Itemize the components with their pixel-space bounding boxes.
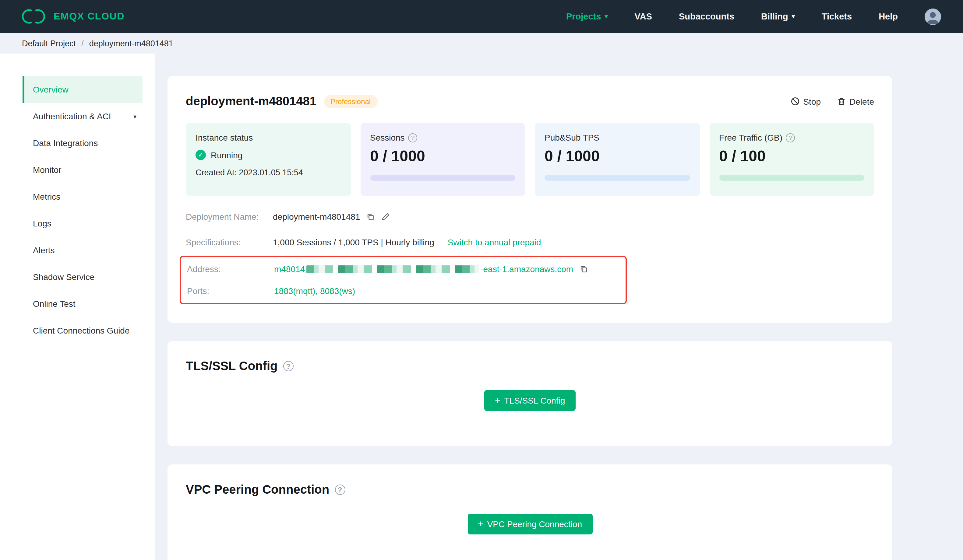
breadcrumb: Default Project / deployment-m4801481 <box>0 33 963 53</box>
vpc-peering-card: VPC Peering Connection ? + VPC Peering C… <box>167 465 892 560</box>
delete-button[interactable]: Delete <box>837 97 874 106</box>
add-tls-ssl-config-button[interactable]: + TLS/SSL Config <box>485 390 575 411</box>
delete-label: Delete <box>850 97 874 106</box>
stat-pubsub-tps: Pub&Sub TPS 0 / 1000 <box>535 123 700 196</box>
tls-ssl-title: TLS/SSL Config <box>186 359 277 373</box>
help-icon[interactable]: ? <box>786 133 795 142</box>
sidebar-item-monitor[interactable]: Monitor <box>23 157 143 183</box>
sidebar-item-authentication-acl[interactable]: Authentication & ACL ▾ <box>23 103 143 129</box>
stats-row: Instance status ✓ Running Created At: 20… <box>186 123 874 196</box>
ports-row: Ports: 1883(mqtt), 8083(ws) <box>187 286 619 296</box>
sidebar-item-data-integrations[interactable]: Data Integrations <box>23 129 143 157</box>
chevron-down-icon: ▾ <box>133 113 136 120</box>
sidebar-item-alerts[interactable]: Alerts <box>23 237 143 264</box>
avatar-icon <box>925 8 941 25</box>
sidebar-item-overview[interactable]: Overview <box>23 76 143 103</box>
vpc-peering-title: VPC Peering Connection <box>186 483 329 497</box>
stop-label: Stop <box>803 97 821 106</box>
tls-ssl-card: TLS/SSL Config ? + TLS/SSL Config <box>167 341 892 446</box>
copy-icon <box>579 265 588 273</box>
sidebar-item-client-connections-guide[interactable]: Client Connections Guide <box>23 317 143 344</box>
deployment-name-label: Deployment Name: <box>186 212 273 222</box>
breadcrumb-project[interactable]: Default Project <box>22 39 76 48</box>
stat-instance-status: Instance status ✓ Running Created At: 20… <box>186 123 350 196</box>
switch-annual-prepaid-link[interactable]: Switch to annual prepaid <box>448 237 541 247</box>
copy-address-button[interactable] <box>579 265 588 273</box>
help-icon[interactable]: ? <box>409 133 418 142</box>
nav-billing[interactable]: Billing ▾ <box>761 11 795 21</box>
deployment-header: deployment-m4801481 Professional Stop <box>186 94 874 108</box>
breadcrumb-deployment: deployment-m4801481 <box>89 39 173 48</box>
created-at: Created At: 2023.01.05 15:54 <box>196 168 341 177</box>
copy-deployment-name-button[interactable] <box>366 212 374 221</box>
plus-icon: + <box>495 396 501 405</box>
stat-free-traffic: Free Traffic (GB) ? 0 / 100 <box>709 123 874 196</box>
nav-help-label: Help <box>879 11 898 21</box>
specifications-label: Specifications: <box>186 237 273 247</box>
sidebar-item-label: Metrics <box>33 192 60 201</box>
tps-progress-bar <box>545 175 690 181</box>
edit-deployment-name-button[interactable] <box>381 212 390 221</box>
sidebar: Overview Authentication & ACL ▾ Data Int… <box>0 53 155 560</box>
nav-subaccounts[interactable]: Subaccounts <box>679 11 734 21</box>
deployment-name-value: deployment-m4801481 <box>273 212 360 222</box>
stat-title: Instance status <box>196 133 341 142</box>
nav-projects[interactable]: Projects ▾ <box>566 11 608 21</box>
chevron-down-icon: ▾ <box>792 13 795 19</box>
stat-value: 0 / 1000 <box>370 147 515 165</box>
stat-value: 0 / 1000 <box>545 147 690 165</box>
brand-logo[interactable]: EMQX CLOUD <box>22 8 125 24</box>
stat-title-label: Free Traffic (GB) <box>719 133 782 142</box>
add-vpc-peering-label: VPC Peering Connection <box>487 519 582 529</box>
help-icon[interactable]: ? <box>283 361 293 371</box>
nav-help[interactable]: Help <box>879 11 898 21</box>
stop-button[interactable]: Stop <box>790 97 821 106</box>
deployment-actions: Stop Delete <box>790 97 874 106</box>
nav-billing-label: Billing <box>761 11 788 21</box>
user-avatar[interactable] <box>925 8 941 25</box>
stop-icon <box>790 97 799 106</box>
brand-name: EMQX CLOUD <box>54 11 125 22</box>
check-circle-icon: ✓ <box>196 150 206 160</box>
address-value: m48014-east-1.amazonaws.com <box>274 264 573 274</box>
add-vpc-peering-button[interactable]: + VPC Peering Connection <box>467 514 592 534</box>
sidebar-item-label: Overview <box>33 84 68 94</box>
help-icon[interactable]: ? <box>335 484 345 495</box>
top-navbar: EMQX CLOUD Projects ▾ VAS Subaccounts Bi… <box>0 0 963 33</box>
address-label: Address: <box>187 264 274 274</box>
nav-tickets-label: Tickets <box>822 11 852 21</box>
sidebar-item-label: Logs <box>33 218 52 228</box>
stat-sessions: Sessions ? 0 / 1000 <box>360 123 525 196</box>
emqx-logo-icon <box>22 8 47 24</box>
chevron-down-icon: ▾ <box>605 13 608 19</box>
stat-title: Pub&Sub TPS <box>545 133 690 142</box>
plus-icon: + <box>478 519 484 529</box>
sidebar-item-label: Data Integrations <box>33 138 98 148</box>
nav-vas[interactable]: VAS <box>634 11 652 21</box>
add-tls-ssl-config-label: TLS/SSL Config <box>504 396 565 405</box>
plan-badge: Professional <box>324 95 377 108</box>
sidebar-item-logs[interactable]: Logs <box>23 210 143 237</box>
address-row: Address: m48014-east-1.amazonaws.com <box>187 264 619 274</box>
pencil-icon <box>381 212 390 221</box>
copy-icon <box>366 212 374 221</box>
tls-ssl-title-row: TLS/SSL Config ? <box>186 359 874 373</box>
nav-tickets[interactable]: Tickets <box>822 11 852 21</box>
stat-title-label: Sessions <box>370 133 405 142</box>
nav-vas-label: VAS <box>634 11 652 21</box>
stat-title: Free Traffic (GB) ? <box>719 133 864 142</box>
nav-items: Projects ▾ VAS Subaccounts Billing ▾ Tic… <box>566 8 941 25</box>
sidebar-item-online-test[interactable]: Online Test <box>23 290 143 317</box>
page: EMQX CLOUD Projects ▾ VAS Subaccounts Bi… <box>0 0 963 560</box>
sidebar-item-metrics[interactable]: Metrics <box>23 183 143 210</box>
sidebar-item-shadow-service[interactable]: Shadow Service <box>23 264 143 290</box>
sidebar-item-label: Monitor <box>33 165 61 175</box>
sidebar-item-label: Shadow Service <box>33 272 94 282</box>
main-content: deployment-m4801481 Professional Stop <box>155 53 963 560</box>
stat-title-label: Pub&Sub TPS <box>545 133 599 142</box>
stat-title: Sessions ? <box>370 133 515 142</box>
sessions-progress-bar <box>370 175 515 181</box>
address-redaction <box>306 265 479 273</box>
nav-subaccounts-label: Subaccounts <box>679 11 734 21</box>
vpc-peering-title-row: VPC Peering Connection ? <box>186 483 874 497</box>
